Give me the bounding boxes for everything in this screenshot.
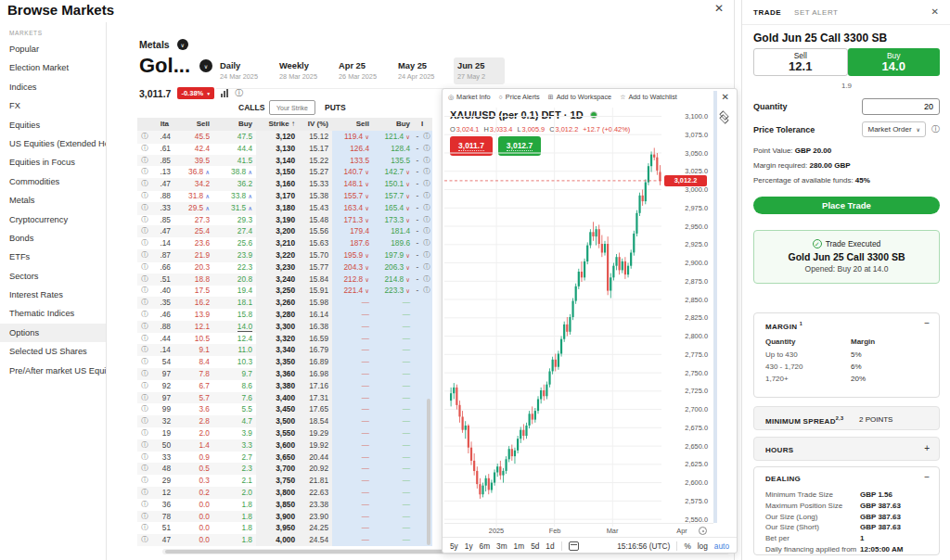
scale-button-auto[interactable]: auto (714, 541, 729, 551)
option-chain-row[interactable]: ⓘ290.32.13,75021.81—— (137, 475, 432, 487)
range-button-1m[interactable]: 1m (514, 541, 525, 551)
quantity-input[interactable] (862, 98, 940, 115)
call-buy-price[interactable]: 36.2 (213, 178, 256, 191)
call-sell-price[interactable]: 7.8 (173, 368, 213, 380)
option-chain-row[interactable]: ⓘ.8721.923.93,22015.70195.9∨197.9∨-ⓘ (137, 249, 432, 261)
call-sell-price[interactable]: 42.4 (173, 143, 213, 155)
option-chain-row[interactable]: ⓘ780.01.83,90023.90—— (137, 511, 432, 523)
put-buy-price[interactable]: — (373, 499, 414, 511)
info-icon[interactable]: ⓘ (421, 274, 432, 286)
put-sell-price[interactable]: — (332, 522, 373, 534)
call-sell-price[interactable]: 17.5 (173, 285, 213, 298)
price-change-badge[interactable]: -0.38%▼ (177, 87, 214, 99)
info-icon[interactable]: ⓘ (137, 463, 152, 475)
sidebar-item-equities[interactable]: Equities (0, 116, 106, 134)
call-buy-price[interactable]: 23.9 (213, 249, 256, 262)
put-sell-price[interactable]: 148.1∨ (332, 178, 373, 191)
put-sell-price[interactable]: — (332, 427, 373, 439)
option-chain-row[interactable]: ⓘ.5118.820.83,24015.84212.8∨214.8∨-ⓘ (137, 274, 432, 286)
put-buy-price[interactable]: 165.4∨ (373, 202, 414, 215)
put-buy-price[interactable]: — (373, 522, 414, 534)
option-chain-row[interactable]: ⓘ.4613.915.83,28016.14—— (137, 309, 432, 321)
call-sell-price[interactable]: 36.8∧ (173, 166, 213, 179)
option-chain-row[interactable]: ⓘ.6142.444.43,13015.17126.4128.4-ⓘ (137, 143, 432, 155)
put-buy-price[interactable]: — (373, 427, 414, 439)
put-sell-price[interactable]: — (332, 321, 373, 333)
put-sell-price[interactable]: — (332, 463, 373, 475)
option-chain-row[interactable]: ⓘ.4445.547.53,12015.12119.4∨121.4∨-ⓘ (137, 131, 432, 143)
call-buy-price[interactable]: 2.1 (213, 475, 256, 487)
option-chain-row[interactable]: ⓘ.6620.322.33,23015.77204.3∨206.3∨-ⓘ (137, 261, 432, 274)
sidebar-item-equities-in-focus[interactable]: Equities in Focus (0, 153, 106, 172)
ticket-close-icon[interactable]: ✕ (931, 6, 939, 17)
info-icon[interactable]: ⓘ (137, 333, 152, 345)
info-icon[interactable]: ⓘ (137, 190, 152, 203)
info-icon[interactable]: ⓘ (137, 297, 152, 309)
info-icon[interactable]: ⓘ (421, 214, 432, 227)
put-sell-price[interactable]: 171.3∨ (332, 214, 373, 227)
call-sell-price[interactable]: 0.0 (173, 534, 213, 546)
put-buy-price[interactable]: 206.3∨ (373, 261, 414, 274)
chart-icon[interactable] (221, 89, 228, 97)
put-buy-price[interactable]: — (373, 309, 414, 321)
put-sell-price[interactable]: — (332, 297, 373, 309)
sidebar-item-cryptocurrency[interactable]: Cryptocurrency (0, 210, 106, 229)
put-buy-price[interactable]: — (373, 511, 414, 523)
put-sell-price[interactable]: 133.5 (332, 155, 373, 167)
sidebar-item-bonds[interactable]: Bonds (0, 229, 106, 248)
minimum-spread-section[interactable]: MINIMUM SPREAD2,3 2 POINTS (753, 406, 940, 430)
put-sell-price[interactable]: — (332, 344, 373, 356)
info-icon[interactable]: ⓘ (137, 249, 152, 262)
put-sell-price[interactable]: 140.7∨ (332, 166, 373, 179)
market-dropdown-icon[interactable]: ∨ (199, 59, 212, 72)
put-buy-price[interactable]: — (373, 463, 414, 475)
option-chain-row[interactable]: ⓘ480.52.33,70020.92—— (137, 463, 432, 475)
call-sell-price[interactable]: 8.4 (173, 356, 213, 368)
call-sell-price[interactable]: 25.4 (173, 225, 213, 237)
put-sell-price[interactable]: — (332, 392, 373, 404)
option-chain-row[interactable]: ⓘ993.65.53,45017.65—— (137, 403, 432, 415)
call-buy-price[interactable]: 8.6 (213, 380, 256, 392)
scale-button-log[interactable]: log (698, 541, 708, 551)
info-icon[interactable]: ⓘ (137, 285, 152, 298)
put-sell-price[interactable]: — (332, 499, 373, 511)
info-icon[interactable]: ⓘ (137, 534, 152, 546)
info-icon[interactable]: ⓘ (137, 274, 152, 286)
call-sell-price[interactable]: 10.5 (173, 333, 213, 345)
put-buy-price[interactable]: — (373, 297, 414, 309)
call-sell-price[interactable]: 27.3 (173, 214, 213, 227)
put-buy-price[interactable]: 150.1∨ (373, 178, 414, 191)
info-icon[interactable]: ⓘ (421, 190, 432, 203)
call-sell-price[interactable]: 12.1 (173, 321, 213, 333)
put-buy-price[interactable]: — (373, 452, 414, 464)
info-icon[interactable]: ⓘ (421, 143, 432, 155)
sidebar-item-options[interactable]: Options (0, 324, 106, 342)
option-chain-row[interactable]: ⓘ.4017.519.43,25015.91221.4∨223.3∨-ⓘ (137, 285, 432, 297)
put-sell-price[interactable]: — (332, 487, 373, 499)
option-chain-row[interactable]: ⓘ510.01.83,95024.25—— (137, 522, 432, 534)
info-icon[interactable]: ⓘ (137, 143, 152, 155)
call-buy-price[interactable]: 1.8 (213, 522, 256, 534)
call-buy-price[interactable]: 12.4 (213, 333, 256, 345)
info-icon[interactable]: ⓘ (421, 131, 432, 144)
put-buy-price[interactable]: — (373, 368, 414, 380)
call-buy-price[interactable]: 2.7 (213, 452, 256, 464)
call-buy-price[interactable]: 22.3 (213, 261, 256, 274)
add-workspace-button[interactable]: ⊞Add to Workspace (548, 93, 611, 101)
put-sell-price[interactable]: — (332, 475, 373, 487)
call-sell-price[interactable]: 0.0 (173, 511, 213, 523)
call-buy-price[interactable]: 31.5∧ (213, 202, 256, 215)
info-icon[interactable]: ⓘ (137, 439, 152, 452)
info-icon[interactable]: ⓘ (137, 202, 152, 215)
sidebar-item-interest-rates[interactable]: Interest Rates (0, 286, 106, 304)
info-icon[interactable]: ⓘ (137, 392, 152, 404)
option-chain-row[interactable]: ⓘ360.01.83,85023.38—— (137, 499, 432, 511)
option-chain-row[interactable]: ⓘ322.84.73,50018.54—— (137, 415, 432, 427)
expiry-tab-daily[interactable]: Daily24 Mar 2025 (216, 57, 267, 84)
price-alerts-button[interactable]: ○Price Alerts (499, 93, 540, 101)
put-sell-price[interactable]: 212.8∨ (332, 274, 373, 286)
put-sell-price[interactable]: — (332, 309, 373, 321)
hours-section[interactable]: HOURS + (753, 437, 940, 461)
option-chain-row[interactable]: ⓘ.3329.5∧31.5∧3,18015.43163.4∨165.4∨-ⓘ (137, 202, 432, 214)
tab-set-alert[interactable]: SET ALERT (794, 8, 838, 17)
